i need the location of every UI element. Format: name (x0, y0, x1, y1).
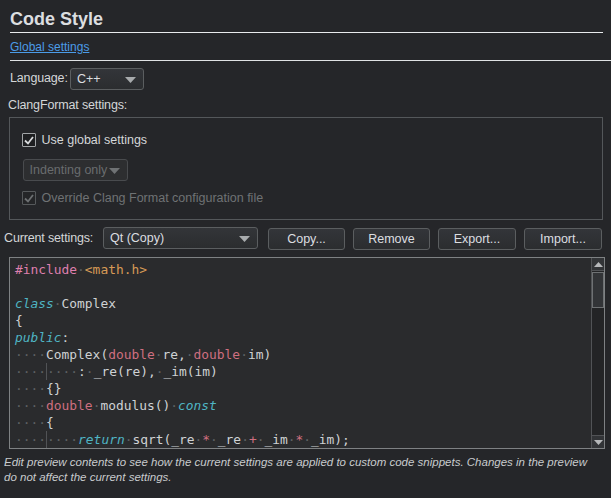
code-line: ········return·sqrt(_re·*·_re·+·_im·*·_i… (15, 431, 350, 448)
scroll-up-button[interactable] (592, 258, 605, 271)
remove-button[interactable]: Remove (353, 228, 430, 250)
code-line: public: (15, 329, 350, 346)
language-label: Language: (10, 71, 68, 85)
current-settings-label: Current settings: (4, 231, 93, 245)
chevron-down-icon (109, 168, 120, 174)
code-line (15, 278, 350, 295)
code-line: ····{ (15, 414, 350, 431)
triangle-down-icon (594, 440, 603, 445)
header-separator (10, 60, 611, 61)
use-global-settings-checkbox[interactable]: Use global settings (22, 133, 148, 147)
import-button[interactable]: Import... (524, 228, 602, 250)
clangformat-mode-select[interactable]: Indenting only (23, 159, 128, 181)
current-settings-select[interactable]: Qt (Copy) (103, 227, 258, 249)
clangformat-settings-label: ClangFormat settings: (8, 98, 127, 112)
editor-scrollbar (591, 258, 604, 448)
page-title: Code Style (10, 9, 103, 30)
copy-button[interactable]: Copy... (268, 228, 345, 250)
code-line: ····Complex(double·re,·double·im) (15, 346, 350, 363)
checkbox-checked-icon (22, 133, 36, 147)
code-preview-editor[interactable]: #include·<math.h> class·Complex{public:·… (9, 257, 605, 449)
code-line: class·Complex (15, 295, 350, 312)
checkbox-checked-disabled-icon (22, 191, 36, 205)
override-clang-format-checkbox[interactable]: Override Clang Format configuration file (22, 191, 264, 205)
use-global-settings-label: Use global settings (42, 133, 148, 147)
scroll-down-button[interactable] (592, 435, 605, 448)
code-line: #include·<math.h> (15, 261, 350, 278)
language-select-value: C++ (77, 72, 101, 86)
chevron-down-icon (239, 236, 250, 242)
code-preview-content[interactable]: #include·<math.h> class·Complex{public:·… (15, 261, 350, 448)
code-line: ····double·modulus()·const (15, 397, 350, 414)
code-line: ········:·_re(re),·_im(im) (15, 363, 350, 380)
chevron-down-icon (125, 77, 136, 83)
clangformat-group: Use global settings Indenting only Overr… (9, 117, 603, 220)
preview-note: Edit preview contents to see how the cur… (4, 455, 598, 485)
triangle-up-icon (594, 262, 603, 267)
override-clang-format-label: Override Clang Format configuration file (42, 191, 264, 205)
language-select[interactable]: C++ (70, 68, 144, 90)
code-line: { (15, 312, 350, 329)
export-button[interactable]: Export... (438, 228, 516, 250)
current-settings-value: Qt (Copy) (110, 231, 164, 245)
title-separator (10, 32, 603, 33)
scrollbar-thumb[interactable] (592, 272, 604, 308)
clangformat-mode-value: Indenting only (30, 163, 108, 177)
code-line: ····{} (15, 380, 350, 397)
global-settings-link[interactable]: Global settings (10, 40, 89, 54)
